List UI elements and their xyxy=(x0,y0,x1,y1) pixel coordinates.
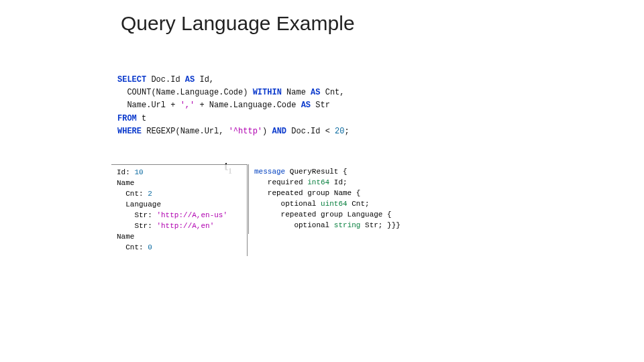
select-expr-3b: + Name.Language.Code xyxy=(195,101,301,110)
field-str-1-label: Str: xyxy=(117,211,156,219)
field-str-2-label: Str: xyxy=(117,222,156,230)
field-id-label: Id: xyxy=(117,168,134,176)
schema-optional-str: optional xyxy=(254,221,334,229)
from-table: t xyxy=(137,114,146,123)
schema-id-field: Id; xyxy=(329,178,347,186)
schema-optional-cnt: optional xyxy=(254,200,321,208)
alias-3: Str xyxy=(311,101,330,110)
schema-group-name: repeated group Name { xyxy=(254,189,360,197)
where-terminator: ; xyxy=(345,127,350,136)
select-expr-2b: Name xyxy=(282,88,311,97)
field-name-1: Name xyxy=(117,179,134,187)
field-cnt-2-label: Cnt: xyxy=(117,243,148,251)
decor-left-bar xyxy=(0,20,35,315)
result-record-panel: Id: 10 Name Cnt: 2 Language Str: 'http:/… xyxy=(111,164,248,256)
where-cmp-lhs: Doc.Id < xyxy=(286,127,335,136)
decor-thin-lines xyxy=(429,20,631,355)
type-uint64: uint64 xyxy=(321,200,347,208)
alias-1: Id, xyxy=(195,75,214,84)
slide-title: Query Language Example xyxy=(121,12,355,35)
where-regexp-pattern: '^http' xyxy=(229,127,262,136)
alias-2: Cnt, xyxy=(320,88,344,97)
decor-teal-wedge xyxy=(517,0,644,362)
schema-required: required xyxy=(254,178,307,186)
sql-query-block: SELECT Doc.Id AS Id, COUNT(Name.Language… xyxy=(117,74,350,138)
kw-as-2: AS xyxy=(311,88,320,97)
kw-where: WHERE xyxy=(117,127,142,136)
kw-message: message xyxy=(254,168,285,176)
decor-green-wedge xyxy=(496,0,644,362)
schema-queryresult: QueryResult { xyxy=(285,168,347,176)
schema-str-field: Str; }}} xyxy=(360,221,400,229)
field-cnt-1-value: 2 xyxy=(148,190,152,198)
decor-left-bar-2 xyxy=(9,174,80,362)
type-string: string xyxy=(334,221,361,229)
select-expr-2a: COUNT(Name.Language.Code) xyxy=(117,88,253,97)
schema-cnt-field: Cnt; xyxy=(347,200,370,208)
kw-and: AND xyxy=(272,127,286,136)
where-regexp-call: REGEXP(Name.Url, xyxy=(142,127,229,136)
select-expr-3a: Name.Url + xyxy=(117,101,180,110)
kw-within: WITHIN xyxy=(253,88,282,97)
kw-as-1: AS xyxy=(185,75,195,84)
kw-as-3: AS xyxy=(301,101,311,110)
schema-group-language: repeated group Language { xyxy=(254,210,392,219)
field-name-2: Name xyxy=(117,233,134,241)
select-literal-comma: ',' xyxy=(180,101,195,110)
field-id-value: 10 xyxy=(134,168,143,176)
type-int64: int64 xyxy=(307,178,329,186)
where-cmp-num: 20 xyxy=(335,127,344,136)
kw-from: FROM xyxy=(117,114,137,123)
field-cnt-1-label: Cnt: xyxy=(117,190,148,198)
kw-select: SELECT xyxy=(117,75,146,84)
select-expr-1: Doc.Id xyxy=(146,75,185,84)
schema-panel: message QueryResult { required int64 Id;… xyxy=(248,164,446,234)
field-str-2-value: 'http://A,en' xyxy=(156,222,214,230)
field-language: Language xyxy=(117,200,161,208)
field-cnt-2-value: 0 xyxy=(148,243,152,251)
field-str-1-value: 'http://A,en-us' xyxy=(156,211,227,219)
decor-white-wedge xyxy=(470,161,644,362)
where-regexp-close: ) xyxy=(262,127,272,136)
